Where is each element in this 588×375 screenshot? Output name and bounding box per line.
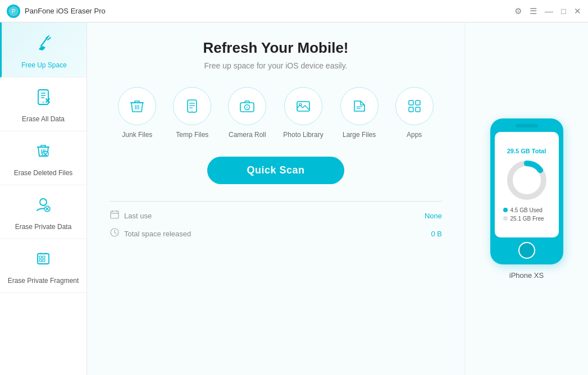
photo-library-icon-circle <box>284 87 322 125</box>
storage-donut-chart <box>504 158 549 203</box>
quick-scan-button[interactable]: Quick Scan <box>207 157 344 184</box>
used-value: 4.5 GB Used <box>510 207 543 213</box>
app-logo-icon: P <box>7 4 20 18</box>
feature-large-files[interactable]: Large Files <box>340 87 379 139</box>
large-files-label: Large Files <box>343 131 376 139</box>
content-title: Refresh Your Mobile! <box>110 39 442 57</box>
erase-deleted-files-icon <box>34 141 53 164</box>
erase-private-fragment-icon <box>34 249 53 272</box>
svg-rect-47 <box>409 100 413 105</box>
sidebar-item-erase-deleted-files[interactable]: Erase Deleted Files <box>0 131 86 185</box>
temp-files-icon-circle <box>173 87 211 125</box>
free-value: 25.1 GB Free <box>510 216 544 222</box>
svg-rect-26 <box>43 256 45 258</box>
sidebar-item-erase-private-fragment[interactable]: Erase Private Fragment <box>0 239 86 293</box>
last-use-value: None <box>425 212 442 220</box>
legend-free: 25.1 GB Free <box>503 216 544 222</box>
content-subtitle: Free up space for your iOS device easily… <box>110 61 442 70</box>
free-dot <box>503 216 508 221</box>
stats-footer: Last use None Total space released 0 B <box>110 201 442 240</box>
menu-icon[interactable]: ☰ <box>530 6 537 16</box>
phone-screen: 29.5 GB Total 4.5 GB Used <box>495 132 559 237</box>
maximize-icon[interactable]: □ <box>561 6 566 16</box>
app-title: PanFone iOS Eraser Pro <box>25 7 106 15</box>
window-controls: ⚙ ☰ — □ ✕ <box>514 6 581 16</box>
title-bar-left: P PanFone iOS Eraser Pro <box>7 4 106 18</box>
sidebar-item-free-up-space[interactable]: Free Up Space <box>0 22 86 77</box>
junk-files-icon-circle <box>118 87 156 125</box>
svg-text:P: P <box>12 8 16 15</box>
sidebar-label-erase-private-data: Erase Private Data <box>15 223 72 231</box>
svg-point-42 <box>247 107 248 108</box>
svg-rect-48 <box>416 100 420 105</box>
svg-rect-28 <box>43 259 45 262</box>
erase-all-data-icon <box>34 88 53 111</box>
stat-last-use: Last use None <box>110 209 442 222</box>
total-space-value: 0 B <box>431 230 442 238</box>
camera-roll-label: Camera Roll <box>229 131 266 139</box>
sidebar: Free Up Space Erase All Data <box>0 22 87 375</box>
junk-files-label: Junk Files <box>122 131 152 139</box>
sidebar-item-erase-private-data[interactable]: Erase Private Data <box>0 185 86 239</box>
sidebar-label-free-up-space: Free Up Space <box>21 61 67 69</box>
svg-point-20 <box>40 199 47 205</box>
settings-icon[interactable]: ⚙ <box>514 6 522 16</box>
features-row: Junk Files Temp Files <box>110 87 442 139</box>
svg-rect-50 <box>416 107 420 112</box>
erase-private-data-icon <box>34 195 53 218</box>
free-up-space-icon <box>34 33 54 57</box>
legend-used: 4.5 GB Used <box>503 207 544 213</box>
sidebar-label-erase-deleted-files: Erase Deleted Files <box>14 169 73 177</box>
camera-roll-icon-circle <box>228 87 266 125</box>
last-use-icon <box>110 209 120 222</box>
svg-point-10 <box>42 101 44 103</box>
sidebar-label-erase-private-fragment: Erase Private Fragment <box>8 277 79 285</box>
svg-rect-49 <box>409 107 413 112</box>
apps-icon-circle <box>395 87 434 125</box>
phone-home-button <box>518 242 535 259</box>
scan-button-container: Quick Scan <box>110 157 442 184</box>
minimize-icon[interactable]: — <box>545 6 553 16</box>
svg-line-3 <box>41 37 48 46</box>
svg-line-5 <box>48 38 51 40</box>
sidebar-item-erase-all-data[interactable]: Erase All Data <box>0 77 86 131</box>
phone-storage-label: 29.5 GB Total <box>507 148 546 154</box>
feature-apps[interactable]: Apps <box>395 87 434 139</box>
used-dot <box>503 208 508 212</box>
feature-camera-roll[interactable]: Camera Roll <box>228 87 266 139</box>
feature-photo-library[interactable]: Photo Library <box>283 87 323 139</box>
large-files-icon-circle <box>340 87 379 125</box>
feature-temp-files[interactable]: Temp Files <box>173 87 211 139</box>
feature-junk-files[interactable]: Junk Files <box>118 87 156 139</box>
phone-graphic: 29.5 GB Total 4.5 GB Used <box>490 118 563 264</box>
svg-rect-51 <box>111 211 118 218</box>
close-icon[interactable]: ✕ <box>574 6 581 16</box>
phone-panel: 29.5 GB Total 4.5 GB Used <box>464 22 588 375</box>
phone-speaker <box>516 124 538 127</box>
total-space-label: Total space released <box>124 230 191 238</box>
svg-rect-25 <box>39 256 42 258</box>
storage-legend: 4.5 GB Used 25.1 GB Free <box>503 207 544 222</box>
content-header: Refresh Your Mobile! Free up space for y… <box>110 39 442 70</box>
apps-label: Apps <box>407 131 422 139</box>
last-use-label: Last use <box>124 212 152 220</box>
title-bar: P PanFone iOS Eraser Pro ⚙ ☰ — □ ✕ <box>0 0 588 22</box>
stat-total-space: Total space released 0 B <box>110 227 442 240</box>
temp-files-label: Temp Files <box>176 131 208 139</box>
sidebar-label-erase-all-data: Erase All Data <box>22 115 65 123</box>
svg-rect-24 <box>38 254 49 264</box>
svg-point-39 <box>192 111 193 112</box>
main-layout: Free Up Space Erase All Data <box>0 22 588 375</box>
photo-library-label: Photo Library <box>283 131 323 139</box>
phone-model-label: iPhone XS <box>509 271 544 280</box>
total-space-icon <box>110 227 120 240</box>
content-area: Refresh Your Mobile! Free up space for y… <box>87 22 464 375</box>
svg-rect-27 <box>39 259 42 262</box>
